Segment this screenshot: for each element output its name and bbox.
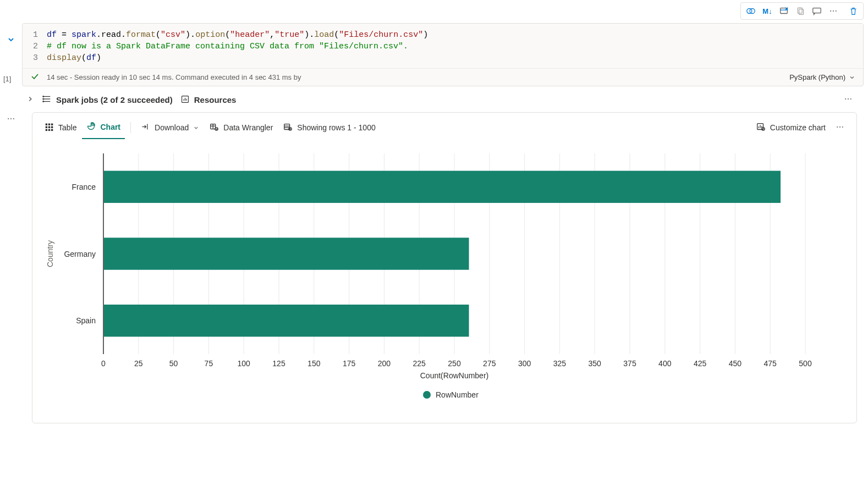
svg-text:175: 175 — [343, 359, 356, 368]
svg-rect-27 — [46, 124, 47, 125]
svg-point-22 — [848, 98, 849, 100]
success-check-icon — [30, 72, 39, 82]
svg-text:350: 350 — [589, 359, 602, 368]
bar[interactable] — [104, 305, 469, 336]
customize-chart-button[interactable]: Customize chart — [751, 120, 830, 138]
resources-button[interactable]: Resources — [180, 95, 237, 106]
svg-text:200: 200 — [378, 359, 391, 368]
bar[interactable] — [104, 171, 781, 203]
svg-point-26 — [13, 118, 14, 119]
svg-text:275: 275 — [483, 359, 496, 368]
code-cell: 1 2 3 df = spark.read.format("csv").opti… — [0, 23, 868, 86]
svg-text:475: 475 — [764, 359, 777, 368]
tab-chart[interactable]: Chart — [82, 118, 125, 139]
more-chart-actions-button[interactable] — [831, 120, 849, 137]
ai-assist-icon[interactable] — [743, 4, 759, 18]
svg-rect-5 — [798, 8, 802, 13]
svg-point-16 — [43, 101, 44, 102]
kernel-selector[interactable]: PySpark (Python) — [789, 73, 855, 81]
bar-chart: 0255075100125150175200225250275300325350… — [46, 148, 814, 406]
svg-text:375: 375 — [623, 359, 636, 368]
execution-count: [1] — [3, 75, 11, 83]
download-icon — [141, 122, 150, 133]
svg-point-24 — [8, 118, 9, 119]
svg-text:Count(RowNumber): Count(RowNumber) — [420, 371, 488, 380]
expand-output-icon[interactable] — [26, 95, 34, 104]
svg-point-55 — [842, 126, 843, 127]
svg-text:25: 25 — [134, 359, 143, 368]
data-wrangler-icon — [209, 122, 219, 134]
bar[interactable] — [104, 238, 469, 269]
chevron-down-icon — [849, 74, 855, 81]
svg-text:400: 400 — [658, 359, 672, 368]
svg-text:100: 100 — [238, 359, 251, 368]
convert-markdown-button[interactable]: M↓ — [760, 4, 775, 18]
svg-text:150: 150 — [307, 359, 321, 368]
svg-text:RowNumber: RowNumber — [436, 390, 479, 399]
svg-rect-7 — [813, 8, 821, 13]
spark-jobs-icon — [42, 94, 52, 106]
svg-rect-6 — [799, 9, 804, 15]
more-cell-actions-button[interactable] — [826, 4, 841, 18]
svg-text:300: 300 — [518, 359, 531, 368]
svg-rect-35 — [51, 129, 53, 131]
tab-table[interactable]: Table — [40, 119, 81, 139]
svg-point-8 — [830, 10, 831, 12]
svg-text:225: 225 — [413, 359, 426, 368]
output-meta-row: Spark jobs (2 of 2 succeeded) Resources — [0, 86, 868, 112]
code-editor[interactable]: 1 2 3 df = spark.read.format("csv").opti… — [23, 24, 863, 68]
chevron-down-icon — [193, 125, 199, 131]
cell-sidebar-more-button[interactable] — [7, 114, 15, 125]
svg-rect-30 — [46, 126, 47, 128]
execution-status-text: 14 sec - Session ready in 10 sec 14 ms. … — [47, 73, 789, 81]
spark-jobs-button[interactable]: Spark jobs (2 of 2 succeeded) — [42, 94, 173, 106]
cell-status-bar: 14 sec - Session ready in 10 sec 14 ms. … — [23, 68, 863, 86]
svg-rect-33 — [46, 129, 47, 131]
svg-text:125: 125 — [272, 359, 285, 368]
svg-text:450: 450 — [729, 359, 742, 368]
chart-icon — [86, 122, 96, 133]
svg-point-10 — [836, 10, 837, 12]
svg-rect-29 — [51, 124, 53, 125]
svg-text:500: 500 — [799, 359, 812, 368]
rows-icon — [283, 122, 293, 134]
svg-point-104 — [423, 391, 431, 399]
svg-text:Country: Country — [46, 240, 54, 267]
svg-point-14 — [43, 96, 44, 97]
code-content[interactable]: df = spark.read.format("csv").option("he… — [47, 29, 859, 64]
svg-text:50: 50 — [169, 359, 178, 368]
svg-text:250: 250 — [448, 359, 461, 368]
download-button[interactable]: Download — [136, 120, 204, 137]
svg-point-53 — [837, 126, 838, 127]
svg-point-25 — [10, 118, 12, 119]
svg-point-23 — [850, 98, 851, 100]
line-number: 2 — [27, 41, 38, 52]
customize-icon — [756, 122, 766, 134]
output-panel: Table Chart Download Data Wrangler — [32, 112, 857, 423]
svg-point-9 — [833, 10, 834, 12]
svg-text:325: 325 — [553, 359, 567, 368]
copy-cell-button[interactable] — [793, 4, 808, 18]
add-comment-button[interactable] — [809, 4, 825, 18]
svg-rect-32 — [51, 126, 53, 128]
svg-text:0: 0 — [101, 359, 106, 368]
svg-text:75: 75 — [205, 359, 213, 368]
svg-text:Germany: Germany — [64, 250, 96, 258]
more-output-actions-button[interactable] — [844, 95, 864, 105]
output-toolbar: Table Chart Download Data Wrangler — [32, 113, 856, 139]
chart-area: 0255075100125150175200225250275300325350… — [32, 139, 856, 423]
freeze-cell-button[interactable] — [776, 4, 792, 18]
svg-rect-31 — [48, 126, 50, 128]
line-number: 3 — [27, 52, 38, 64]
line-number: 1 — [27, 29, 38, 41]
data-wrangler-button[interactable]: Data Wrangler — [205, 120, 277, 138]
cell-action-toolbar: M↓ — [740, 2, 864, 20]
resources-icon — [180, 95, 190, 106]
svg-point-1 — [750, 9, 755, 14]
svg-text:425: 425 — [694, 359, 707, 368]
svg-point-15 — [43, 98, 44, 100]
delete-cell-button[interactable] — [845, 4, 861, 18]
rows-status: Showing rows 1 - 1000 — [278, 120, 380, 138]
svg-text:Spain: Spain — [76, 316, 96, 325]
svg-rect-34 — [48, 129, 50, 131]
